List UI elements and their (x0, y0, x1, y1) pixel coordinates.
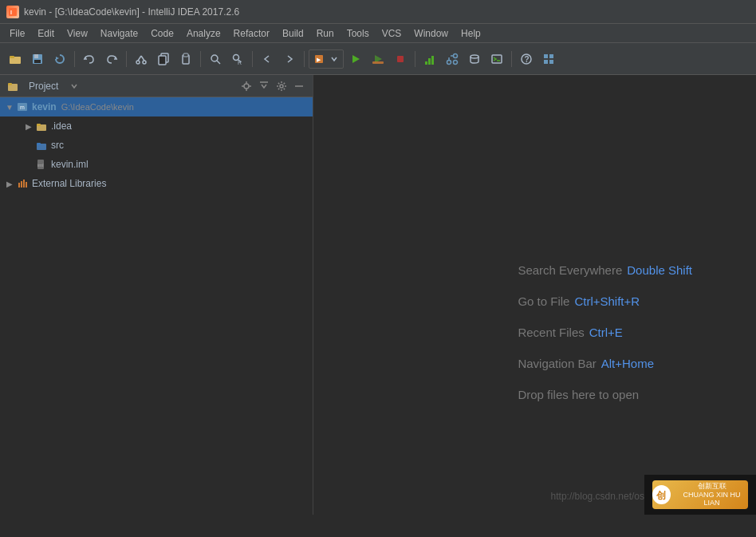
svg-rect-28 (428, 58, 431, 65)
svg-point-9 (143, 61, 146, 64)
hint-search-everywhere-text: Search Everywhere (518, 263, 622, 277)
svg-rect-64 (23, 180, 25, 188)
title-bar: I kevin - [G:\IdeaCode\kevin] - IntelliJ… (0, 0, 756, 24)
database-button[interactable] (464, 49, 485, 69)
project-tab-dropdown[interactable] (68, 80, 81, 93)
tree-arrow-extlibs: ▶ (3, 177, 16, 190)
open-folder-button[interactable] (5, 49, 26, 69)
toolbar-sep-3 (200, 51, 201, 67)
menu-refactor[interactable]: Refactor (227, 24, 276, 42)
hint-recent-files-text: Recent Files (518, 326, 584, 339)
forward-button[interactable] (279, 49, 300, 69)
menu-code[interactable]: Code (144, 24, 180, 42)
copy-button[interactable] (153, 49, 174, 69)
svg-line-17 (217, 61, 220, 64)
locate-file-button[interactable] (239, 79, 254, 93)
svg-rect-6 (34, 60, 41, 63)
svg-point-35 (471, 55, 478, 58)
svg-marker-7 (56, 57, 59, 60)
tree-item-src[interactable]: ▶ src (0, 136, 313, 155)
run-config-selector[interactable]: ▶ (309, 49, 344, 69)
module-icon-kevin: m (16, 101, 29, 113)
sync-button[interactable] (49, 49, 70, 69)
undo-button[interactable] (79, 49, 100, 69)
svg-point-46 (244, 84, 249, 89)
collapse-all-button[interactable] (257, 79, 271, 93)
hint-container: Search Everywhere Double Shift Go to Fil… (518, 263, 692, 419)
coverage-button[interactable] (419, 49, 440, 69)
structure-button[interactable] (538, 49, 559, 69)
hint-search-everywhere-shortcut: Double Shift (627, 263, 692, 277)
project-panel-icon (6, 80, 19, 93)
tree-item-extlibs[interactable]: ▶ External Libraries (0, 174, 313, 193)
find-replace-button[interactable]: R (227, 49, 248, 69)
back-button[interactable] (257, 49, 278, 69)
tree-item-keviniml[interactable]: ▶ iml kevin.iml (0, 155, 313, 174)
hint-navigation-bar-text: Navigation Bar (518, 357, 596, 370)
project-tab[interactable]: Project (22, 79, 65, 93)
svg-rect-40 (544, 54, 548, 58)
svg-rect-26 (397, 56, 404, 62)
brand-text: 创新互联CHUANG XIN HU LIAN (675, 482, 748, 507)
tree-item-kevin[interactable]: ▼ m kevin G:\IdeaCode\kevin (0, 97, 313, 116)
debug-button[interactable] (368, 49, 388, 69)
hint-drop-files: Drop files here to open (518, 388, 692, 401)
menu-tools[interactable]: Tools (341, 24, 376, 42)
app-icon: I (6, 6, 19, 18)
menu-analyze[interactable]: Analyze (180, 24, 227, 42)
svg-rect-43 (549, 60, 553, 64)
svg-rect-57 (37, 124, 41, 126)
terminal-button[interactable] (486, 49, 507, 69)
tree-arrow-idea: ▶ (22, 120, 35, 132)
project-tree: ▼ m kevin G:\IdeaCode\kevin ▶ .idea ▶ (0, 97, 313, 193)
save-button[interactable] (27, 49, 48, 69)
svg-text:R: R (238, 60, 242, 65)
svg-line-11 (141, 56, 144, 61)
find-button[interactable] (205, 49, 226, 69)
svg-rect-5 (34, 54, 38, 58)
paste-button[interactable] (175, 49, 196, 69)
menu-vcs[interactable]: VCS (376, 24, 408, 42)
menu-window[interactable]: Window (408, 24, 455, 42)
svg-rect-59 (37, 143, 41, 145)
svg-point-31 (454, 53, 458, 57)
main-layout: Project ▼ (0, 75, 756, 515)
menu-bar: File Edit View Navigate Code Analyze Ref… (0, 24, 756, 43)
tab-actions (239, 79, 306, 93)
menu-run[interactable]: Run (310, 24, 341, 42)
settings-button[interactable] (274, 79, 289, 93)
menu-view[interactable]: View (61, 24, 94, 42)
vcs-button[interactable] (442, 49, 463, 69)
run-button[interactable] (345, 49, 366, 69)
svg-point-32 (454, 60, 458, 64)
svg-text:?: ? (525, 55, 530, 64)
stop-button[interactable] (390, 49, 411, 69)
project-tab-bar: Project (0, 75, 313, 97)
svg-line-10 (138, 56, 141, 61)
menu-edit[interactable]: Edit (31, 24, 61, 42)
hint-goto-file: Go to File Ctrl+Shift+R (518, 294, 692, 308)
toolbar-sep-2 (126, 51, 127, 67)
svg-point-8 (136, 61, 140, 64)
help-button[interactable]: ? (516, 49, 537, 69)
svg-rect-15 (183, 53, 188, 57)
tree-item-idea[interactable]: ▶ .idea (0, 116, 313, 136)
cut-button[interactable] (131, 49, 152, 69)
file-icon-keviniml: iml (35, 158, 48, 171)
hint-search-everywhere: Search Everywhere Double Shift (518, 263, 692, 277)
svg-rect-13 (159, 56, 166, 65)
svg-point-52 (280, 85, 283, 88)
hide-panel-button[interactable] (292, 79, 306, 93)
menu-navigate[interactable]: Navigate (94, 24, 144, 42)
folder-icon-src (35, 139, 48, 152)
menu-file[interactable]: File (3, 24, 31, 42)
hint-recent-files: Recent Files Ctrl+E (518, 326, 692, 339)
redo-button[interactable] (101, 49, 122, 69)
toolbar-sep-6 (415, 51, 415, 67)
menu-help[interactable]: Help (455, 24, 487, 42)
sidebar: Project ▼ (0, 75, 313, 515)
svg-point-30 (447, 60, 451, 64)
brand-watermark: 创 创新互联CHUANG XIN HU LIAN (644, 475, 756, 515)
svg-rect-42 (544, 60, 548, 64)
menu-build[interactable]: Build (276, 24, 310, 42)
